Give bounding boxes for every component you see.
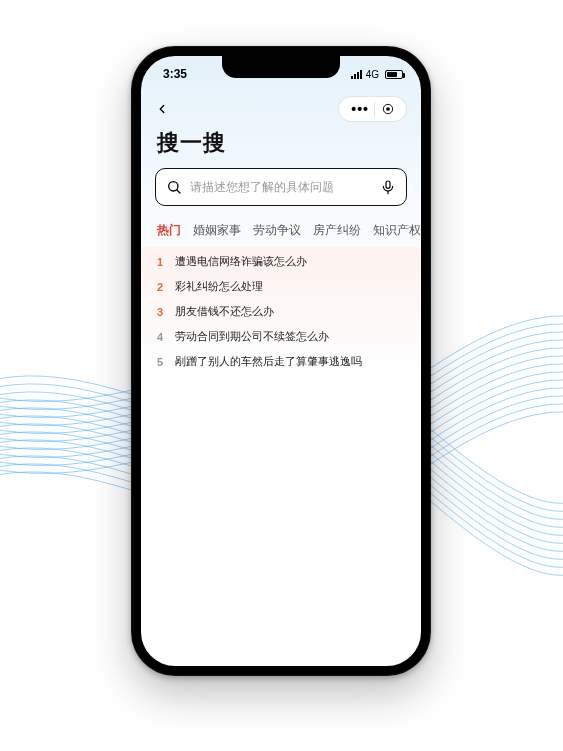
close-button[interactable] xyxy=(375,102,399,116)
svg-rect-4 xyxy=(386,181,390,188)
tab-marriage[interactable]: 婚姻家事 xyxy=(193,222,241,239)
search-icon xyxy=(166,179,182,195)
nav-bar: ••• xyxy=(141,86,421,126)
network-label: 4G xyxy=(366,69,379,80)
signal-icon xyxy=(351,70,362,79)
microphone-icon xyxy=(380,179,396,195)
chevron-left-icon xyxy=(155,102,169,116)
hot-rank: 3 xyxy=(157,306,167,318)
search-input[interactable] xyxy=(190,180,372,194)
hot-item[interactable]: 5 剐蹭了别人的车然后走了算肇事逃逸吗 xyxy=(157,349,405,374)
target-icon xyxy=(381,102,395,116)
hot-item[interactable]: 4 劳动合同到期公司不续签怎么办 xyxy=(157,324,405,349)
search-box[interactable] xyxy=(155,168,407,206)
voice-input-button[interactable] xyxy=(380,179,396,195)
status-time: 3:35 xyxy=(163,67,187,81)
hot-rank: 5 xyxy=(157,356,167,368)
svg-line-3 xyxy=(177,190,180,193)
phone-screen: 3:35 4G ••• xyxy=(141,56,421,666)
hot-rank: 1 xyxy=(157,256,167,268)
hot-item[interactable]: 3 朋友借钱不还怎么办 xyxy=(157,299,405,324)
hot-rank: 4 xyxy=(157,331,167,343)
tab-labor[interactable]: 劳动争议 xyxy=(253,222,301,239)
svg-point-1 xyxy=(386,107,390,111)
page-title: 搜一搜 xyxy=(141,126,421,168)
hot-text: 朋友借钱不还怎么办 xyxy=(175,304,274,319)
phone-notch xyxy=(222,56,340,78)
phone-frame: 3:35 4G ••• xyxy=(131,46,431,676)
hot-item[interactable]: 2 彩礼纠纷怎么处理 xyxy=(157,274,405,299)
tab-realestate[interactable]: 房产纠纷 xyxy=(313,222,361,239)
hot-rank: 2 xyxy=(157,281,167,293)
miniprogram-capsule: ••• xyxy=(338,96,407,122)
hot-search-list: 1 遭遇电信网络诈骗该怎么办 2 彩礼纠纷怎么处理 3 朋友借钱不还怎么办 4 … xyxy=(141,247,421,376)
status-right: 4G xyxy=(351,69,403,80)
tab-hot[interactable]: 热门 xyxy=(157,222,181,239)
hot-text: 剐蹭了别人的车然后走了算肇事逃逸吗 xyxy=(175,354,362,369)
hot-text: 劳动合同到期公司不续签怎么办 xyxy=(175,329,329,344)
more-button[interactable]: ••• xyxy=(346,101,374,117)
hot-text: 彩礼纠纷怎么处理 xyxy=(175,279,263,294)
hot-item[interactable]: 1 遭遇电信网络诈骗该怎么办 xyxy=(157,249,405,274)
category-tabs: 热门 婚姻家事 劳动争议 房产纠纷 知识产权 刑 xyxy=(141,206,421,247)
tab-ip[interactable]: 知识产权 xyxy=(373,222,421,239)
battery-icon xyxy=(385,70,403,79)
hot-text: 遭遇电信网络诈骗该怎么办 xyxy=(175,254,307,269)
back-button[interactable] xyxy=(155,100,173,118)
